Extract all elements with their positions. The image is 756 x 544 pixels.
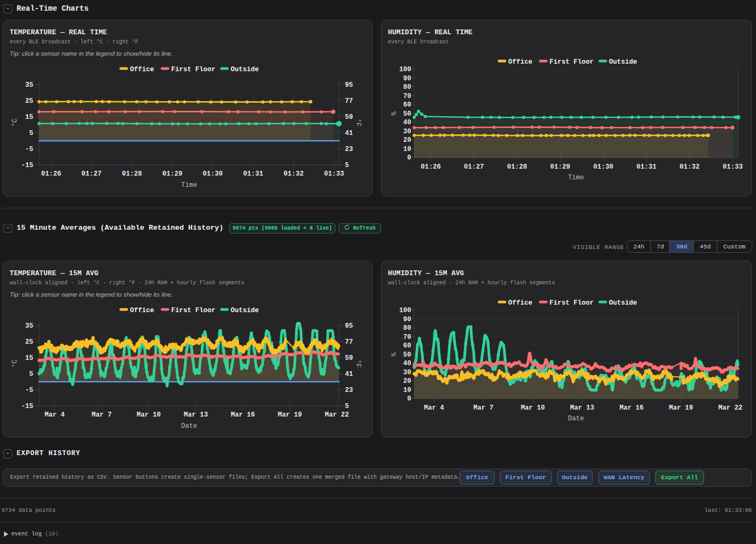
svg-text:10: 10 [403,146,411,153]
svg-text:80: 80 [403,84,411,91]
svg-text:°F: °F [354,118,362,126]
svg-text:01:28: 01:28 [507,163,527,171]
svg-text:60: 60 [403,342,411,350]
svg-text:01:29: 01:29 [550,163,571,171]
svg-text:30: 30 [403,369,411,376]
svg-text:Outside: Outside [609,58,638,66]
svg-text:01:30: 01:30 [203,170,223,178]
svg-text:01:27: 01:27 [464,163,484,171]
svg-text:Date: Date [181,422,197,430]
svg-text:50: 50 [403,351,411,359]
svg-text:Date: Date [568,415,584,422]
svg-text:Office: Office [130,307,154,314]
svg-text:Mar 19: Mar 19 [278,411,302,419]
svg-text:%: % [391,352,398,357]
svg-text:01:27: 01:27 [81,170,102,178]
svg-text:-5: -5 [25,387,33,394]
svg-text:01:26: 01:26 [41,170,62,178]
svg-text:35: 35 [25,81,33,89]
svg-text:-15: -15 [21,162,33,169]
svg-text:70: 70 [403,334,411,341]
svg-text:20: 20 [403,377,411,385]
svg-text:Mar 16: Mar 16 [619,404,643,412]
svg-text:Mar 16: Mar 16 [231,411,255,419]
svg-text:Outside: Outside [231,66,259,73]
svg-text:Mar 7: Mar 7 [473,404,493,412]
svg-text:01:29: 01:29 [162,170,183,178]
svg-text:First Floor: First Floor [550,58,594,66]
svg-text:01:30: 01:30 [593,163,613,171]
svg-text:100: 100 [399,307,411,314]
svg-text:95: 95 [345,322,353,330]
svg-text:Mar 10: Mar 10 [137,411,161,419]
svg-text:0: 0 [407,395,411,403]
svg-text:90: 90 [403,75,411,82]
svg-text:°F: °F [354,359,362,367]
svg-text:Mar 10: Mar 10 [521,404,545,412]
svg-text:01:31: 01:31 [637,163,657,171]
svg-text:50: 50 [403,110,411,118]
svg-text:25: 25 [25,97,33,105]
svg-text:Mar 4: Mar 4 [424,404,444,412]
svg-text:Time: Time [568,174,584,182]
svg-text:59: 59 [345,114,353,121]
svg-text:20: 20 [403,137,411,144]
svg-text:°C: °C [11,118,19,126]
svg-text:35: 35 [25,322,33,330]
svg-text:95: 95 [345,81,353,89]
svg-text:23: 23 [345,146,353,153]
svg-text:23: 23 [345,387,353,394]
svg-text:25: 25 [25,338,33,346]
svg-text:80: 80 [403,324,411,332]
svg-text:0: 0 [407,154,411,162]
svg-text:First Floor: First Floor [550,299,594,307]
svg-text:5: 5 [29,130,33,137]
svg-text:77: 77 [345,338,353,346]
svg-text:°C: °C [11,359,19,367]
svg-text:01:28: 01:28 [122,170,143,178]
svg-text:100: 100 [399,66,411,73]
svg-text:-5: -5 [25,146,33,153]
svg-text:Mar 22: Mar 22 [718,404,743,412]
svg-text:15: 15 [25,114,33,121]
svg-text:Mar 22: Mar 22 [325,411,349,419]
svg-text:60: 60 [403,101,411,109]
svg-text:Office: Office [508,58,533,66]
svg-text:10: 10 [403,387,411,394]
svg-text:Office: Office [130,66,154,73]
svg-text:5: 5 [345,162,349,169]
svg-text:15: 15 [25,354,33,362]
svg-text:40: 40 [403,360,411,367]
svg-text:30: 30 [403,128,411,135]
svg-text:40: 40 [403,119,411,126]
svg-text:Mar 19: Mar 19 [669,404,693,412]
svg-text:41: 41 [345,130,353,137]
svg-text:Mar 4: Mar 4 [44,411,65,419]
svg-text:-15: -15 [21,403,33,410]
svg-text:Mar 7: Mar 7 [92,411,112,419]
svg-text:Mar 13: Mar 13 [570,404,594,412]
svg-text:Outside: Outside [609,299,638,307]
svg-text:01:33: 01:33 [723,163,743,171]
svg-text:01:32: 01:32 [283,170,304,178]
svg-text:01:32: 01:32 [679,163,700,171]
svg-text:01:26: 01:26 [421,163,441,171]
svg-text:%: % [391,111,398,116]
svg-text:70: 70 [403,93,411,100]
svg-text:90: 90 [403,316,411,323]
svg-text:First Floor: First Floor [171,307,216,314]
svg-text:First Floor: First Floor [171,66,216,73]
svg-text:Office: Office [508,299,533,307]
svg-text:01:31: 01:31 [243,170,264,178]
svg-text:5: 5 [29,371,33,378]
svg-text:5: 5 [345,403,349,410]
svg-text:01:33: 01:33 [324,170,345,178]
svg-text:Outside: Outside [231,307,259,314]
svg-text:Time: Time [181,182,197,189]
svg-text:Mar 13: Mar 13 [184,411,208,419]
svg-text:77: 77 [345,97,353,105]
svg-text:41: 41 [345,371,353,378]
svg-text:59: 59 [345,354,353,362]
